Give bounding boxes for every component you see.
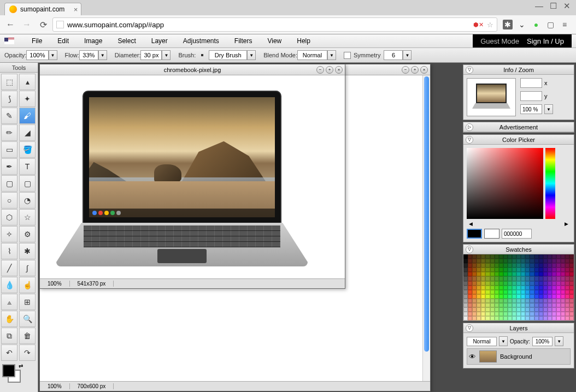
swatch-cell[interactable] xyxy=(477,299,481,303)
swatch-cell[interactable] xyxy=(521,254,525,259)
swatch-cell[interactable] xyxy=(530,272,534,276)
swatch-cell[interactable] xyxy=(481,303,485,307)
swatch-cell[interactable] xyxy=(548,307,552,312)
swatch-cell[interactable] xyxy=(481,276,485,281)
swatch-cell[interactable] xyxy=(499,281,503,286)
swatch-cell[interactable] xyxy=(530,299,534,303)
swatch-cell[interactable] xyxy=(569,268,574,272)
swatch-cell[interactable] xyxy=(516,303,521,307)
ext-icon-1[interactable]: ✱ xyxy=(503,20,513,29)
swatch-cell[interactable] xyxy=(556,263,561,268)
swatch-cell[interactable] xyxy=(468,263,472,268)
zoom-tool[interactable]: 🔍 xyxy=(19,311,36,327)
swatch-cell[interactable] xyxy=(495,276,499,281)
swatch-cell[interactable] xyxy=(499,303,503,307)
swatch-cell[interactable] xyxy=(525,299,530,303)
swatch-cell[interactable] xyxy=(495,290,499,294)
swatch-cell[interactable] xyxy=(477,290,481,294)
swatch-cell[interactable] xyxy=(503,276,508,281)
doc-maximize-icon[interactable]: + xyxy=(326,66,333,74)
swatch-cell[interactable] xyxy=(569,276,574,281)
swatch-cell[interactable] xyxy=(490,281,495,286)
customshape-tool[interactable]: ✧ xyxy=(1,226,17,242)
swatch-cell[interactable] xyxy=(569,316,574,320)
swatch-cell[interactable] xyxy=(512,286,516,290)
swatch-cell[interactable] xyxy=(472,294,477,299)
swatch-cell[interactable] xyxy=(499,286,503,290)
clone-tool[interactable]: ⧉ xyxy=(1,328,17,344)
swatch-cell[interactable] xyxy=(508,254,512,259)
swatch-cell[interactable] xyxy=(565,316,569,320)
navigator-thumbnail[interactable] xyxy=(467,78,516,116)
swatch-cell[interactable] xyxy=(503,312,508,316)
swatch-cell[interactable] xyxy=(556,272,561,276)
text-tool[interactable]: T xyxy=(19,158,36,175)
swatch-cell[interactable] xyxy=(556,303,561,307)
swatch-cell[interactable] xyxy=(485,316,490,320)
layer-opacity-value[interactable]: 100% xyxy=(532,337,553,346)
opacity-value[interactable]: 100% xyxy=(26,50,48,60)
swatch-cell[interactable] xyxy=(477,286,481,290)
swatch-cell[interactable] xyxy=(512,294,516,299)
swatch-cell[interactable] xyxy=(485,294,490,299)
swatch-cell[interactable] xyxy=(548,281,552,286)
swatch-cell[interactable] xyxy=(481,281,485,286)
redo-tool[interactable]: ↷ xyxy=(19,345,36,361)
swatch-cell[interactable] xyxy=(530,259,534,263)
swatch-cell[interactable] xyxy=(490,303,495,307)
swatch-cell[interactable] xyxy=(543,276,548,281)
swatch-cell[interactable] xyxy=(521,263,525,268)
swatch-cell[interactable] xyxy=(468,268,472,272)
swatch-cell[interactable] xyxy=(495,294,499,299)
swatch-cell[interactable] xyxy=(565,312,569,316)
prev-color-swatch[interactable] xyxy=(484,229,499,239)
menu-help[interactable]: Help xyxy=(289,37,318,45)
swatch-cell[interactable] xyxy=(463,303,468,307)
swatch-cell[interactable] xyxy=(468,259,472,263)
swatch-cell[interactable] xyxy=(521,268,525,272)
swatch-cell[interactable] xyxy=(534,254,539,259)
swatch-cell[interactable] xyxy=(521,294,525,299)
swatch-cell[interactable] xyxy=(525,316,530,320)
swatch-cell[interactable] xyxy=(485,299,490,303)
cast-icon[interactable]: ▢ xyxy=(545,20,555,29)
zoom-input[interactable] xyxy=(520,104,542,114)
swatch-cell[interactable] xyxy=(569,263,574,268)
swatch-cell[interactable] xyxy=(472,268,477,272)
blur-tool[interactable]: 💧 xyxy=(1,277,17,293)
swatch-cell[interactable] xyxy=(561,290,565,294)
swatch-cell[interactable] xyxy=(539,294,543,299)
flow-dropdown[interactable]: ▼ xyxy=(98,50,107,60)
swatch-cell[interactable] xyxy=(521,272,525,276)
swatch-cell[interactable] xyxy=(508,281,512,286)
browser-tab[interactable]: sumopaint.com × xyxy=(4,3,81,15)
swatch-cell[interactable] xyxy=(481,268,485,272)
swatch-cell[interactable] xyxy=(530,268,534,272)
swatch-cell[interactable] xyxy=(485,254,490,259)
swatch-cell[interactable] xyxy=(543,281,548,286)
swatch-cell[interactable] xyxy=(468,276,472,281)
swatch-cell[interactable] xyxy=(499,268,503,272)
swatch-cell[interactable] xyxy=(490,294,495,299)
swatch-cell[interactable] xyxy=(463,307,468,312)
swatch-cell[interactable] xyxy=(485,268,490,272)
swatch-cell[interactable] xyxy=(508,259,512,263)
minimize-icon[interactable]: — xyxy=(535,1,543,11)
close-window-icon[interactable]: ✕ xyxy=(563,1,571,11)
swatch-cell[interactable] xyxy=(495,254,499,259)
hand-tool[interactable]: ✋ xyxy=(1,311,17,327)
hue-slider[interactable] xyxy=(545,148,555,219)
swatch-cell[interactable] xyxy=(525,290,530,294)
swatch-cell[interactable] xyxy=(534,259,539,263)
swatch-cell[interactable] xyxy=(534,272,539,276)
swatch-cell[interactable] xyxy=(490,316,495,320)
swatch-cell[interactable] xyxy=(495,286,499,290)
swatch-cell[interactable] xyxy=(477,316,481,320)
swatch-cell[interactable] xyxy=(463,316,468,320)
swatch-cell[interactable] xyxy=(548,286,552,290)
swatch-cell[interactable] xyxy=(539,303,543,307)
swatch-cell[interactable] xyxy=(495,263,499,268)
swatch-cell[interactable] xyxy=(556,299,561,303)
swatch-cell[interactable] xyxy=(565,254,569,259)
swatch-cell[interactable] xyxy=(490,259,495,263)
